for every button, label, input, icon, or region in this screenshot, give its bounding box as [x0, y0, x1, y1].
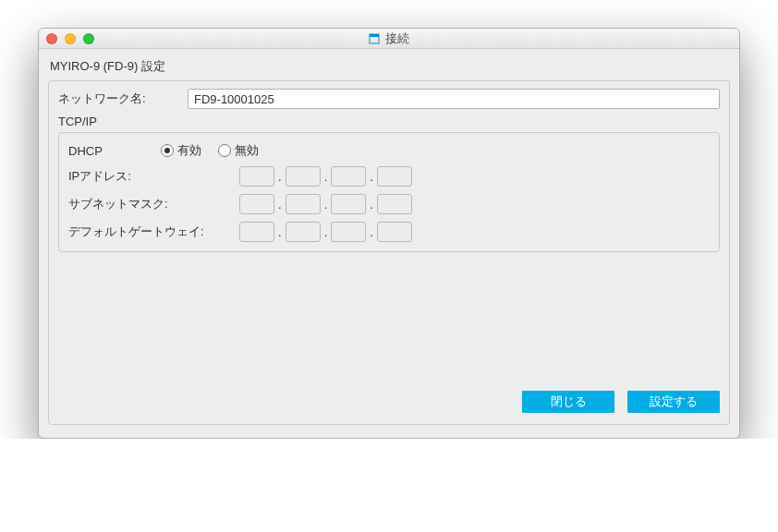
- dhcp-disabled-radio[interactable]: 無効: [218, 142, 259, 159]
- tcpip-panel: DHCP 有効 無効 IPアドレス:: [58, 132, 720, 252]
- app-icon: [369, 33, 380, 44]
- window-title: 接続: [39, 30, 739, 47]
- dhcp-radio-group: 有効 無効: [161, 142, 259, 159]
- dot-icon: .: [278, 225, 282, 239]
- dhcp-row: DHCP 有効 無効: [68, 142, 710, 159]
- subnet-octet-4[interactable]: [377, 194, 412, 214]
- gateway-octet-3[interactable]: [331, 222, 366, 242]
- window-controls: [46, 33, 94, 44]
- settings-window: 接続 MYIRO-9 (FD-9) 設定 ネットワーク名: TCP/IP DHC…: [38, 28, 740, 439]
- content-area: MYIRO-9 (FD-9) 設定 ネットワーク名: TCP/IP DHCP 有…: [39, 49, 739, 438]
- dhcp-disabled-label: 無効: [235, 142, 259, 159]
- dot-icon: .: [324, 225, 328, 239]
- radio-icon: [161, 144, 174, 157]
- maximize-window-icon[interactable]: [83, 33, 94, 44]
- svg-rect-1: [370, 34, 379, 37]
- network-name-label: ネットワーク名:: [58, 91, 188, 107]
- dot-icon: .: [278, 170, 282, 184]
- ip-octet-3[interactable]: [331, 166, 366, 187]
- close-window-icon[interactable]: [46, 33, 57, 44]
- network-name-row: ネットワーク名:: [58, 89, 720, 109]
- tcpip-section-title: TCP/IP: [58, 115, 720, 128]
- ip-octet-2[interactable]: [286, 166, 321, 187]
- dot-icon: .: [370, 225, 373, 239]
- gateway-row: デフォルトゲートウェイ: . . .: [68, 222, 710, 242]
- subnet-octet-3[interactable]: [331, 194, 366, 214]
- dot-icon: .: [370, 170, 373, 184]
- dot-icon: .: [278, 198, 282, 212]
- ip-row: IPアドレス: . . .: [68, 166, 710, 187]
- dot-icon: .: [324, 198, 328, 212]
- gateway-octets: . . .: [239, 222, 412, 242]
- dhcp-enabled-label: 有効: [177, 142, 201, 159]
- dot-icon: .: [324, 170, 328, 184]
- gateway-octet-1[interactable]: [239, 222, 274, 242]
- subnet-octet-1[interactable]: [239, 194, 274, 214]
- page-title: MYIRO-9 (FD-9) 設定: [50, 58, 728, 75]
- network-name-input[interactable]: [188, 89, 720, 109]
- subnet-row: サブネットマスク: . . .: [68, 194, 710, 214]
- ip-label: IPアドレス:: [68, 168, 207, 185]
- footer-buttons: 閉じる 設定する: [58, 252, 720, 415]
- ip-octets: . . .: [239, 166, 412, 187]
- close-button[interactable]: 閉じる: [522, 391, 614, 413]
- gateway-label: デフォルトゲートウェイ:: [68, 224, 207, 240]
- subnet-octets: . . .: [239, 194, 412, 214]
- ip-octet-4[interactable]: [377, 166, 412, 187]
- ip-octet-1[interactable]: [239, 166, 274, 187]
- minimize-window-icon[interactable]: [65, 33, 76, 44]
- svg-rect-0: [370, 34, 379, 43]
- subnet-label: サブネットマスク:: [68, 196, 207, 212]
- apply-button[interactable]: 設定する: [627, 391, 720, 413]
- dhcp-enabled-radio[interactable]: 有効: [161, 142, 201, 159]
- subnet-octet-2[interactable]: [286, 194, 321, 214]
- radio-icon: [218, 144, 231, 157]
- settings-panel: ネットワーク名: TCP/IP DHCP 有効 無効: [48, 80, 730, 425]
- dot-icon: .: [370, 198, 373, 212]
- dhcp-label: DHCP: [68, 144, 161, 158]
- gateway-octet-2[interactable]: [286, 222, 321, 242]
- titlebar: 接続: [39, 29, 739, 49]
- window-title-text: 接続: [385, 30, 409, 47]
- gateway-octet-4[interactable]: [377, 222, 412, 242]
